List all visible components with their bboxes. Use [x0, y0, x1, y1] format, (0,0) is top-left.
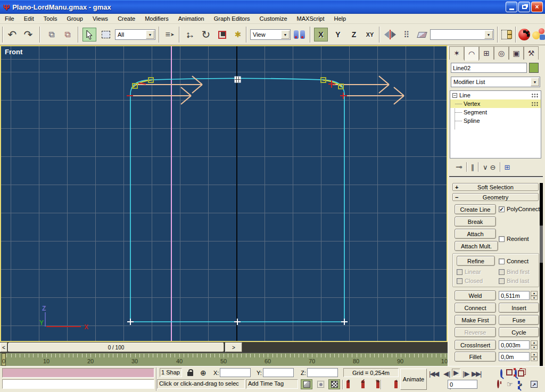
- restrict-z-button[interactable]: Z: [347, 28, 361, 41]
- tab-motion[interactable]: ◎: [494, 46, 509, 60]
- selection-lock-icon[interactable]: [187, 372, 193, 376]
- shaded-cube-toggle[interactable]: [328, 379, 340, 389]
- zoom-extents-all-icon[interactable]: [518, 370, 524, 377]
- time-slider[interactable]: 0 / 100: [8, 343, 224, 352]
- stack-item-spline[interactable]: Spline: [450, 116, 541, 125]
- make-first-button[interactable]: Make First: [455, 315, 496, 325]
- arc-rotate-icon[interactable]: ◕: [518, 380, 523, 388]
- menu-animation[interactable]: Animation: [174, 14, 209, 23]
- select-and-manipulate-button[interactable]: ✱: [231, 28, 245, 41]
- weld-threshold-spinner[interactable]: ▲▼: [499, 291, 538, 300]
- render-button[interactable]: [532, 28, 545, 41]
- spinner-arrows[interactable]: ▲▼: [531, 340, 538, 349]
- select-and-scale-button[interactable]: [215, 28, 229, 41]
- panel-scrollbar[interactable]: [540, 183, 543, 366]
- rollout-soft-selection[interactable]: + Soft Selection: [452, 183, 539, 191]
- menu-maxscript[interactable]: MAXScript: [292, 14, 329, 23]
- attach-button[interactable]: Attach: [455, 229, 496, 239]
- cross-insert-field[interactable]: [499, 340, 530, 349]
- named-selection-set-button[interactable]: [501, 28, 511, 41]
- menu-modifiers[interactable]: Modifiers: [140, 14, 174, 23]
- fillet-spinner[interactable]: ▲▼: [499, 352, 538, 361]
- pin-stack-icon[interactable]: ⊸: [456, 162, 463, 172]
- modifier-list-dropdown[interactable]: Modifier List ▼: [451, 77, 540, 87]
- degradation-override-toggle[interactable]: [301, 379, 312, 389]
- stack-item-segment[interactable]: Segment: [450, 108, 541, 116]
- attach-mult-button[interactable]: Attach Mult.: [455, 241, 498, 251]
- zoom-extents-icon[interactable]: [506, 369, 513, 376]
- next-frame-button[interactable]: |▶: [463, 370, 469, 378]
- array-button[interactable]: ⠿: [399, 28, 413, 41]
- go-to-end-button[interactable]: ▶▶|: [472, 370, 481, 378]
- previous-frame-button[interactable]: <: [0, 343, 7, 352]
- connect-button[interactable]: Connect: [455, 303, 496, 313]
- angle-snap-toggle-icon[interactable]: ∠: [361, 380, 365, 388]
- cross-insert-spinner[interactable]: ▲▼: [499, 340, 538, 349]
- spline-shape[interactable]: X Z Y: [1, 46, 447, 341]
- absolute-offset-toggle[interactable]: ⊕: [200, 369, 207, 377]
- fillet-button[interactable]: Fillet: [455, 352, 496, 362]
- tab-hierarchy[interactable]: ⊞: [479, 46, 494, 60]
- selection-filter-dropdown[interactable]: All ▼: [115, 29, 155, 40]
- menu-views[interactable]: Views: [88, 14, 113, 23]
- viewport-grid[interactable]: X Z Y Front: [1, 46, 447, 341]
- fillet-field[interactable]: [499, 352, 530, 361]
- minmax-toggle-icon[interactable]: ↗: [531, 381, 538, 388]
- percent-snap-toggle-icon[interactable]: %: [376, 380, 379, 388]
- go-to-start-button[interactable]: |◀◀: [429, 370, 438, 378]
- animate-button[interactable]: Animate: [400, 369, 427, 390]
- select-and-move-button[interactable]: ↔↕: [183, 28, 197, 41]
- insert-button[interactable]: Insert: [499, 303, 539, 313]
- pan-hand-icon[interactable]: ☞: [507, 380, 513, 388]
- snap-toggle-3d-icon[interactable]: 3: [346, 380, 350, 388]
- cycle-button[interactable]: Cycle: [499, 327, 539, 337]
- scrollbar-thumb[interactable]: [540, 226, 543, 263]
- menu-edit[interactable]: Edit: [19, 14, 39, 23]
- make-unique-icon[interactable]: ∨: [483, 163, 488, 171]
- undo-button[interactable]: ↶: [5, 28, 19, 41]
- break-button[interactable]: Break: [455, 216, 496, 227]
- menu-tools[interactable]: Tools: [39, 14, 62, 23]
- play-button[interactable]: ▶: [452, 369, 460, 377]
- material-editor-button[interactable]: [518, 28, 530, 41]
- redo-button[interactable]: ↷: [21, 28, 35, 41]
- maxscript-input-line[interactable]: [2, 379, 154, 389]
- weld-threshold-field[interactable]: [499, 291, 530, 300]
- current-frame-field[interactable]: [448, 380, 477, 389]
- refine-button[interactable]: Refine: [457, 256, 495, 266]
- close-button[interactable]: ×: [531, 2, 543, 12]
- select-and-link-button[interactable]: ⧉: [45, 28, 59, 41]
- front-viewport[interactable]: X Z Y Front: [0, 45, 448, 342]
- collapse-icon[interactable]: −: [452, 93, 457, 98]
- weld-button[interactable]: Weld: [455, 290, 496, 301]
- reorient-checkbox[interactable]: Reorient: [499, 236, 529, 242]
- cross-insert-button[interactable]: CrossInsert: [455, 340, 496, 350]
- menu-create[interactable]: Create: [113, 14, 140, 23]
- create-line-button[interactable]: Create Line: [455, 204, 496, 214]
- top-center-vertex[interactable]: [235, 77, 241, 82]
- spinner-snap-toggle-icon[interactable]: ÷: [394, 380, 398, 388]
- restore-button[interactable]: [518, 2, 530, 12]
- rollout-geometry[interactable]: − Geometry: [452, 193, 539, 201]
- restrict-xy-plane-button[interactable]: XY: [363, 28, 377, 41]
- tab-create[interactable]: ✶: [449, 46, 464, 60]
- menu-help[interactable]: Help: [329, 14, 351, 23]
- crossing-selection-toggle[interactable]: [315, 379, 326, 389]
- add-time-tag[interactable]: Add Time Tag: [246, 379, 298, 389]
- configure-modifier-sets-icon[interactable]: ⊞: [505, 163, 510, 171]
- zoom-icon[interactable]: [500, 369, 502, 378]
- previous-frame-button[interactable]: ◀|: [443, 370, 450, 378]
- spinner-arrows[interactable]: ▲▼: [531, 352, 538, 361]
- rectangular-selection-region-button[interactable]: [99, 28, 113, 41]
- fuse-button[interactable]: Fuse: [499, 315, 539, 325]
- show-end-result-icon[interactable]: ∥: [471, 163, 475, 171]
- menu-file[interactable]: File: [0, 14, 19, 23]
- tab-modify[interactable]: ◠: [464, 46, 479, 61]
- mirror-button[interactable]: [383, 28, 397, 41]
- menu-graph-editors[interactable]: Graph Editors: [209, 14, 255, 23]
- zoom-all-icon[interactable]: [515, 369, 517, 378]
- align-button[interactable]: [415, 28, 429, 41]
- unlink-selection-button[interactable]: ⧉: [61, 28, 75, 41]
- tab-display[interactable]: ▣: [509, 46, 524, 60]
- y-coordinate-field[interactable]: [263, 368, 294, 377]
